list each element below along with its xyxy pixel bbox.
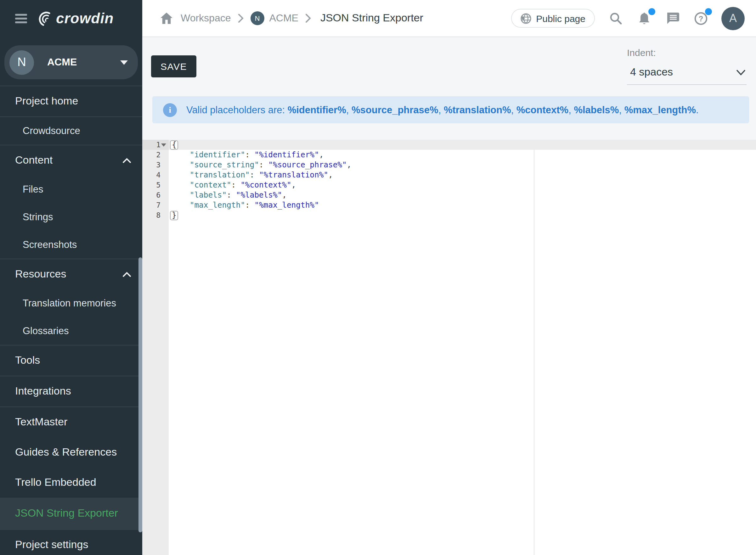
line-number[interactable]: 4 <box>142 170 169 180</box>
workspace-name: ACME <box>47 57 120 68</box>
code-line[interactable]: 4 "translation": "%translation%", <box>142 170 756 180</box>
breadcrumb-workspace[interactable]: Workspace <box>181 12 231 24</box>
sidebar-item-label: TextMaster <box>15 416 131 429</box>
sidebar-item-files[interactable]: Files <box>0 176 142 203</box>
chevron-up-icon <box>123 272 131 277</box>
messages-icon[interactable] <box>665 11 680 26</box>
notification-dot <box>705 8 712 15</box>
breadcrumb: Workspace N ACME JSON String Exporter <box>159 11 511 26</box>
sidebar-item-trello-embedded[interactable]: Trello Embedded <box>0 468 142 498</box>
svg-text:?: ? <box>699 14 703 23</box>
save-button[interactable]: SAVE <box>151 55 197 77</box>
sidebar-group: Tools <box>0 345 142 376</box>
sidebar-item-project-settings[interactable]: Project settings <box>0 530 142 555</box>
sidebar-item-textmaster[interactable]: TextMaster <box>0 407 142 437</box>
main-content: SAVE Indent: 4 spaces i Valid placeholde… <box>142 37 756 555</box>
info-icon: i <box>163 103 177 117</box>
top-actions: Public page ? A <box>511 7 745 30</box>
sidebar-item-tools[interactable]: Tools <box>0 345 142 376</box>
code-line[interactable]: 2 "identifier": "%identifier%", <box>142 150 756 160</box>
help-icon[interactable]: ? <box>693 11 708 26</box>
project-avatar: N <box>250 11 264 25</box>
sidebar-item-label: Glossaries <box>23 325 131 337</box>
code-line-content: "max_length": "%max_length%" <box>169 200 756 210</box>
line-number[interactable]: 8 <box>142 210 169 220</box>
sidebar-item-json-string-exporter[interactable]: JSON String Exporter <box>0 498 142 529</box>
sidebar-item-resources[interactable]: Resources <box>0 259 142 290</box>
notifications-bell-icon[interactable] <box>636 11 652 26</box>
code-line-content: { <box>169 140 756 150</box>
sidebar-item-translation-memories[interactable]: Translation memories <box>0 290 142 317</box>
code-line-content: "labels": "%labels%", <box>169 190 756 200</box>
sidebar-item-strings[interactable]: Strings <box>0 203 142 231</box>
sidebar-item-label: Project home <box>15 95 131 108</box>
placeholder-token: %context% <box>516 104 569 115</box>
code-line[interactable]: 6 "labels": "%labels%", <box>142 190 756 200</box>
sidebar-group: TextMasterGuides & ReferencesTrello Embe… <box>0 407 142 529</box>
line-number[interactable]: 2 <box>142 150 169 160</box>
sidebar-item-content[interactable]: Content <box>0 145 142 176</box>
line-number-text: 5 <box>142 180 161 190</box>
code-line[interactable]: 1{ <box>142 140 756 150</box>
code-line[interactable]: 5 "context": "%context%", <box>142 180 756 190</box>
sidebar-item-glossaries[interactable]: Glossaries <box>0 317 142 345</box>
sidebar-item-crowdsource[interactable]: Crowdsource <box>0 117 142 145</box>
sidebar-item-label: Strings <box>23 211 131 223</box>
placeholder-token: %labels% <box>574 104 619 115</box>
sidebar-group: ResourcesTranslation memoriesGlossaries <box>0 259 142 345</box>
indent-value: 4 spaces <box>630 66 673 79</box>
placeholder-token: %translation% <box>444 104 511 115</box>
line-number[interactable]: 7 <box>142 200 169 210</box>
chevron-right-icon <box>238 14 243 23</box>
workspace-switcher[interactable]: N ACME <box>4 45 138 79</box>
sidebar-nav: Project homeCrowdsourceContentFilesStrin… <box>0 86 142 555</box>
info-banner-text: Valid placeholders are: %identifier%, %s… <box>186 104 699 116</box>
sidebar-scrollbar[interactable] <box>138 257 142 532</box>
sidebar-item-label: Translation memories <box>23 298 131 309</box>
indent-label: Indent: <box>627 47 747 58</box>
code-line[interactable]: 8} <box>142 210 756 220</box>
sidebar-item-label: Screenshots <box>23 239 131 250</box>
search-icon[interactable] <box>608 11 623 26</box>
line-number[interactable]: 1 <box>142 140 169 150</box>
sidebar-item-label: Content <box>15 154 123 167</box>
sidebar-item-label: JSON String Exporter <box>15 507 131 520</box>
globe-icon <box>520 13 531 24</box>
sidebar-item-project-home[interactable]: Project home <box>0 86 142 117</box>
line-number-text: 8 <box>142 210 161 220</box>
chevron-up-icon <box>123 158 131 163</box>
code-line-content: "identifier": "%identifier%", <box>169 150 756 160</box>
code-editor[interactable]: 1{2 "identifier": "%identifier%",3 "sour… <box>142 140 756 555</box>
fold-caret-icon[interactable] <box>161 143 167 146</box>
sidebar-item-label: Guides & References <box>15 446 131 459</box>
home-icon[interactable] <box>159 11 174 26</box>
chevron-down-icon <box>737 70 745 75</box>
line-number-text: 2 <box>142 150 161 160</box>
editor-lines: 1{2 "identifier": "%identifier%",3 "sour… <box>142 140 756 220</box>
line-number-text: 3 <box>142 160 161 170</box>
placeholder-token: %max_length% <box>624 104 696 115</box>
sidebar-group: ContentFilesStringsScreenshots <box>0 145 142 259</box>
line-number-text: 1 <box>142 140 161 150</box>
line-number[interactable]: 5 <box>142 180 169 190</box>
code-line[interactable]: 7 "max_length": "%max_length%" <box>142 200 756 210</box>
hamburger-menu-icon[interactable] <box>15 12 27 26</box>
indent-select[interactable]: 4 spaces <box>627 58 747 85</box>
sidebar: crowdin N ACME Project homeCrowdsourceCo… <box>0 0 142 555</box>
line-number[interactable]: 3 <box>142 160 169 170</box>
code-line[interactable]: 3 "source_string": "%source_phrase%", <box>142 160 756 170</box>
caret-down-icon <box>120 60 128 65</box>
public-page-button[interactable]: Public page <box>511 9 595 28</box>
breadcrumb-project[interactable]: N ACME <box>250 11 298 25</box>
info-banner: i Valid placeholders are: %identifier%, … <box>152 96 749 123</box>
sidebar-item-label: Trello Embedded <box>15 476 131 489</box>
crowdin-mark-icon <box>37 10 53 27</box>
public-page-label: Public page <box>536 13 585 24</box>
sidebar-item-screenshots[interactable]: Screenshots <box>0 231 142 259</box>
sidebar-item-guides-references[interactable]: Guides & References <box>0 437 142 468</box>
chevron-right-icon <box>305 14 311 23</box>
line-number[interactable]: 6 <box>142 190 169 200</box>
sidebar-item-integrations[interactable]: Integrations <box>0 376 142 407</box>
user-avatar[interactable]: A <box>721 7 745 30</box>
crowdin-logo[interactable]: crowdin <box>37 10 114 27</box>
